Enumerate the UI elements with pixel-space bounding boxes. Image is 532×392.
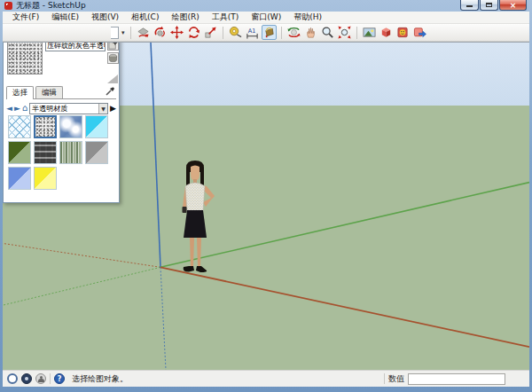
create-material-button[interactable] — [107, 42, 119, 51]
scale-button[interactable] — [203, 25, 218, 40]
model-info-icon[interactable] — [21, 373, 32, 384]
menu-item[interactable]: 绘图(R) — [165, 12, 205, 23]
minimize-button[interactable] — [460, 0, 479, 11]
photo-match-button[interactable] — [362, 25, 377, 40]
toolbar-separator — [223, 27, 223, 39]
caption-buttons: × — [459, 0, 527, 11]
scale-icon — [204, 26, 217, 39]
get-models-button[interactable] — [379, 25, 394, 40]
toolbar-separator — [281, 27, 282, 39]
material-swatch-translucent-gray[interactable] — [85, 141, 108, 164]
share-model-button[interactable] — [412, 25, 427, 40]
offset-icon — [137, 26, 150, 39]
close-icon: × — [510, 1, 517, 10]
materials-panel-body: 压碎纹的灰色半透明材质 选择 编辑 ◄ ► — [4, 42, 119, 203]
zoom-extents-icon — [338, 26, 351, 39]
secondary-pane-button[interactable] — [107, 52, 119, 64]
get-models-icon — [379, 26, 393, 39]
material-swatch-green-stripes[interactable] — [59, 141, 82, 164]
pan-button[interactable] — [303, 25, 318, 40]
sketchup-logo-icon — [4, 2, 12, 10]
menu-item[interactable]: 视图(V) — [85, 12, 125, 23]
back-arrow-icon[interactable]: ◄ — [6, 103, 12, 114]
orbit-icon — [287, 26, 301, 39]
material-name-field[interactable]: 压碎纹的灰色半透明材质 — [45, 42, 106, 51]
photo-match-icon — [363, 26, 376, 39]
material-swatch-clouds[interactable] — [59, 115, 82, 138]
menu-item[interactable]: 工具(T) — [206, 12, 246, 23]
status-separator — [50, 373, 51, 384]
paint-bucket-button[interactable] — [262, 25, 277, 40]
zoom-extents-button[interactable] — [337, 25, 352, 40]
zoom-icon — [321, 26, 334, 39]
material-swatch-translucent-cyan[interactable] — [85, 115, 108, 138]
rotate-icon — [187, 26, 200, 39]
window-content: 文件(F)编辑(E)视图(V)相机(C)绘图(R)工具(T)窗口(W)帮助(H)… — [3, 12, 529, 387]
menu-item[interactable]: 编辑(E) — [45, 12, 85, 23]
title-bar[interactable]: 无标题 - SketchUp — [0, 0, 532, 12]
close-button[interactable]: × — [499, 0, 527, 11]
material-swatch-translucent-yellow[interactable] — [34, 167, 57, 190]
component-button[interactable] — [395, 25, 411, 40]
tab-edit[interactable]: 编辑 — [35, 86, 63, 98]
tab-select[interactable]: 选择 — [6, 86, 34, 99]
minimize-icon — [466, 5, 473, 7]
maximize-button[interactable] — [480, 0, 498, 11]
menu-item[interactable]: 窗口(W) — [245, 12, 287, 23]
move-button[interactable] — [169, 25, 184, 40]
claim-credit-icon[interactable] — [35, 373, 46, 384]
status-separator — [384, 373, 385, 384]
material-swatch-lattice-blue[interactable] — [8, 115, 31, 138]
help-icon[interactable]: ? — [54, 373, 65, 384]
material-swatch-crushed-gray-translucent[interactable] — [34, 115, 57, 138]
collection-dropdown[interactable]: 半透明材质 ▼ — [29, 103, 108, 114]
status-bar: ? 选择绘图对象。 数值 — [3, 370, 529, 387]
share-model-icon — [413, 26, 426, 39]
follow-me-icon — [153, 26, 167, 39]
app-window: 无标题 - SketchUp × 文件(F)编辑(E)视图(V)相机(C)绘图(… — [0, 0, 532, 392]
materials-swatch-grid — [8, 115, 108, 190]
preview-resize-triangle[interactable] — [107, 74, 118, 83]
materials-panel: 材质 压碎纹的灰色半透明材质 选择 编辑 — [3, 42, 120, 203]
toolbar-combo-remnant[interactable] — [111, 27, 119, 39]
zoom-button[interactable] — [320, 25, 335, 40]
tape-measure-button[interactable] — [228, 25, 243, 40]
status-hint-text: 选择绘图对象。 — [72, 373, 128, 385]
forward-arrow-icon[interactable]: ► — [14, 103, 20, 114]
menu-item[interactable]: 文件(F) — [6, 12, 45, 23]
measurements-label: 数值 — [388, 373, 404, 385]
toolbar-separator — [356, 27, 357, 39]
measurements-input[interactable] — [408, 373, 505, 385]
toolbar-separator — [130, 27, 131, 39]
material-swatch-dark-blocks[interactable] — [34, 141, 57, 164]
move-icon — [170, 26, 184, 39]
in-model-home-icon[interactable]: ⌂ — [22, 103, 27, 114]
menu-bar: 文件(F)编辑(E)视图(V)相机(C)绘图(R)工具(T)窗口(W)帮助(H) — [3, 12, 529, 24]
component-icon — [396, 26, 410, 39]
rotate-button[interactable] — [186, 25, 201, 40]
details-arrow-button[interactable]: ▶ — [110, 104, 116, 113]
maximize-icon — [486, 3, 492, 7]
material-preview-thumbnail[interactable] — [7, 42, 43, 74]
materials-tabs: 选择 编辑 — [6, 88, 116, 99]
pan-icon — [304, 26, 317, 39]
toolbar-overflow-icon[interactable]: ▾ — [121, 29, 126, 36]
toolbar: ▾ A1 — [3, 24, 529, 42]
tape-measure-icon — [229, 26, 242, 39]
window-title: 无标题 - SketchUp — [16, 0, 86, 12]
paint-bucket-icon — [262, 26, 276, 39]
chevron-down-icon[interactable]: ▼ — [98, 104, 107, 114]
person-figure[interactable] — [170, 160, 220, 277]
material-swatch-translucent-blue[interactable] — [8, 167, 31, 190]
dimension-button[interactable]: A1 — [245, 25, 260, 40]
material-swatch-translucent-green[interactable] — [8, 141, 31, 164]
menu-item[interactable]: 相机(C) — [125, 12, 165, 23]
geolocation-icon[interactable] — [7, 373, 18, 384]
offset-button[interactable] — [136, 25, 151, 40]
drawing-viewport[interactable]: 材质 压碎纹的灰色半透明材质 选择 编辑 — [3, 42, 529, 370]
menu-item[interactable]: 帮助(H) — [287, 12, 328, 23]
svg-text:A1: A1 — [247, 27, 255, 35]
create-material-icon — [108, 42, 118, 50]
follow-me-button[interactable] — [153, 25, 168, 40]
orbit-button[interactable] — [286, 25, 301, 40]
